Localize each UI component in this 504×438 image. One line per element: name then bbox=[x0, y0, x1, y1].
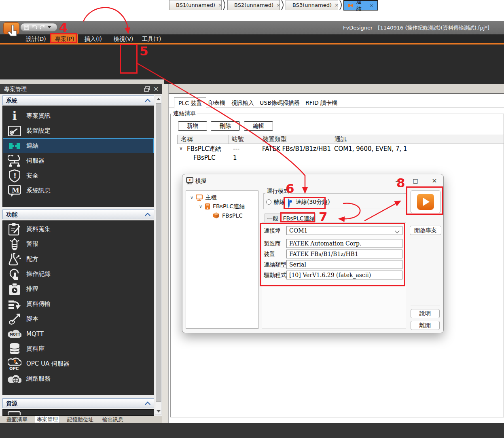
cell-name[interactable]: FBsPLC連結 bbox=[187, 145, 221, 153]
svg-text:M: M bbox=[12, 186, 19, 194]
start-simulation-button[interactable] bbox=[411, 190, 440, 213]
edit-button[interactable]: 編輯 bbox=[244, 121, 273, 131]
tree-expander-icon[interactable]: ∨ bbox=[190, 195, 193, 200]
section-header-function[interactable]: 功能 bbox=[2, 209, 154, 219]
tree-expander-icon[interactable]: ∨ bbox=[199, 204, 202, 209]
tab-plc-device[interactable]: PLC 裝置 bbox=[174, 97, 206, 108]
sidebar-item-data-log[interactable]: 資料蒐集 bbox=[3, 222, 154, 237]
exit-button[interactable]: 離開 bbox=[411, 321, 440, 330]
cell-device-type[interactable]: FATEK FBs/B1/B1z/HB1 bbox=[262, 145, 331, 152]
tab-project-management[interactable]: 專案管理 bbox=[35, 416, 60, 423]
tab-output-message[interactable]: 輸出訊息 bbox=[101, 417, 125, 423]
tab-usb-barcode-scanner[interactable]: USB條碼掃描器 bbox=[256, 97, 304, 108]
column-device-type[interactable]: 裝置類型 bbox=[259, 135, 331, 144]
cell-station[interactable]: 1 bbox=[233, 154, 237, 161]
tab-memory-address[interactable]: 記憶體位址 bbox=[66, 417, 95, 423]
radio-offline[interactable] bbox=[266, 199, 271, 205]
sidebar-item-operation-log[interactable]: 操作記錄 bbox=[3, 267, 154, 281]
sidebar-item-recipe[interactable]: 配方 bbox=[3, 252, 154, 267]
add-button[interactable]: 新增 bbox=[178, 121, 207, 131]
radio-online[interactable] bbox=[288, 199, 290, 208]
redo-icon[interactable] bbox=[40, 25, 45, 30]
close-icon[interactable]: × bbox=[369, 2, 374, 8]
delete-button[interactable]: 刪除 bbox=[211, 121, 240, 131]
sidebar-item-opcua-server[interactable]: OPC OPC UA 伺服器 bbox=[3, 356, 154, 371]
doc-tab-bs1[interactable]: BS1(unnamed) × bbox=[169, 0, 222, 10]
cell-station[interactable]: --- bbox=[233, 145, 239, 152]
float-panel-icon[interactable] bbox=[144, 86, 150, 92]
row-expander-icon[interactable]: ∨ bbox=[179, 146, 183, 151]
sidebar-item-database[interactable]: 資料庫 bbox=[3, 341, 154, 356]
sidebar-item-system-message[interactable]: M 系統訊息 bbox=[3, 183, 154, 198]
sidebar-item-alarm[interactable]: 警報 bbox=[3, 237, 154, 252]
help-button[interactable]: 說明 bbox=[411, 309, 440, 318]
column-comm[interactable]: 通訊 bbox=[331, 135, 504, 144]
sidebar-item-security[interactable]: ! 安全 bbox=[3, 168, 154, 183]
link-icon bbox=[8, 139, 21, 153]
cell-comm[interactable]: COM1, 9600, EVEN, 7, 1 bbox=[334, 145, 407, 152]
tab-video-input[interactable]: 視訊輸入 bbox=[227, 97, 258, 108]
sidebar-item-script[interactable]: 腳本 bbox=[3, 311, 154, 326]
resource-items-box bbox=[2, 409, 154, 416]
status-bar bbox=[0, 423, 504, 438]
cell-name[interactable]: FBsPLC bbox=[193, 154, 216, 161]
doc-tab-bs2[interactable]: BS2(unnamed) × bbox=[227, 0, 280, 10]
qat-dropdown-icon[interactable] bbox=[48, 26, 51, 28]
radio-online-label[interactable]: 連線(30分鐘) bbox=[296, 199, 330, 206]
maximize-icon[interactable]: □ bbox=[411, 177, 419, 184]
svg-text:OPC: OPC bbox=[9, 366, 19, 371]
menu-project[interactable]: 專案(P) bbox=[51, 34, 78, 43]
open-project-button[interactable]: 開啟專案 bbox=[410, 226, 441, 235]
sidebar-item-server[interactable]: 伺服器 bbox=[3, 153, 154, 168]
radio-offline-label[interactable]: 離線 bbox=[274, 199, 285, 206]
doc-tab-link[interactable]: 連結 × bbox=[343, 0, 378, 11]
column-name[interactable]: 名稱 bbox=[178, 135, 229, 144]
tab-screen-list[interactable]: 畫面清單 bbox=[5, 417, 29, 423]
driver-field[interactable]: [10] VerV1.6.29 (fatek_ascii) bbox=[286, 271, 402, 279]
menu-view[interactable]: 檢視(V) bbox=[111, 34, 136, 43]
close-icon[interactable]: × bbox=[430, 177, 438, 184]
sidebar-item-schedule[interactable]: 排程 bbox=[3, 281, 154, 296]
scroll-down-icon[interactable] bbox=[157, 410, 161, 413]
tree-item-link[interactable]: ∨ FBsPLC連結 bbox=[199, 202, 245, 211]
panel-scrollbar[interactable] bbox=[155, 95, 161, 415]
section-header-system[interactable]: 系統 bbox=[2, 95, 154, 105]
close-panel-icon[interactable]: × bbox=[153, 84, 159, 94]
scroll-up-icon[interactable] bbox=[157, 98, 161, 100]
close-icon[interactable]: × bbox=[335, 2, 339, 8]
manufacturer-field[interactable]: FATEK Automation Corp. bbox=[286, 239, 402, 248]
mqtt-icon: MQTT bbox=[8, 327, 21, 341]
sidebar-item-project-info[interactable]: i 專案資訊 bbox=[3, 108, 154, 123]
sidebar-item-link[interactable]: 連結 bbox=[3, 138, 154, 153]
server-icon bbox=[8, 154, 21, 168]
undo-icon[interactable] bbox=[32, 25, 37, 30]
close-icon[interactable]: × bbox=[218, 2, 222, 8]
device-value: FATEK FBs/B1/B1z/HB1 bbox=[289, 251, 358, 257]
scrollbar-thumb[interactable] bbox=[156, 103, 161, 402]
tree-item-device[interactable]: FBsPLC bbox=[213, 211, 243, 220]
sidebar-item-data-transfer[interactable]: 資料傳輸 bbox=[3, 296, 154, 311]
sidebar-item-mqtt[interactable]: MQTT MQTT bbox=[3, 326, 154, 341]
link-type-field[interactable]: Serial bbox=[286, 260, 402, 269]
doc-tab-bs3[interactable]: BS3(unnamed) × bbox=[286, 0, 338, 10]
dialog-tab-link[interactable]: FBsPLC連結 bbox=[282, 214, 316, 223]
menu-insert[interactable]: 插入(I) bbox=[82, 34, 104, 43]
tree-item-host[interactable]: ∨ 主機 bbox=[190, 193, 217, 202]
port-select[interactable]: COM1 bbox=[286, 226, 402, 235]
column-station[interactable]: 站號 bbox=[229, 135, 259, 144]
device-tabs: PLC 裝置 印表機 視訊輸入 USB條碼掃描器 RFID 讀卡機 bbox=[169, 97, 504, 108]
minimize-icon[interactable]: – bbox=[393, 177, 401, 184]
sidebar-item-label: 伺服器 bbox=[26, 157, 44, 165]
section-header-resource[interactable]: 資源 bbox=[2, 398, 154, 408]
device-field[interactable]: FATEK FBs/B1/B1z/HB1 bbox=[286, 250, 402, 258]
menu-design[interactable]: 設計(D) bbox=[23, 34, 49, 43]
menu-tools[interactable]: 工具(T) bbox=[140, 34, 163, 43]
sidebar-item-device-settings[interactable]: 裝置設定 bbox=[3, 123, 154, 138]
save-icon[interactable] bbox=[24, 25, 29, 30]
panel-splitter[interactable] bbox=[162, 84, 169, 423]
tab-rfid-reader[interactable]: RFID 讀卡機 bbox=[301, 97, 341, 108]
tab-printer[interactable]: 印表機 bbox=[204, 97, 229, 108]
dialog-tab-general[interactable]: 一般 bbox=[265, 214, 281, 222]
close-icon[interactable]: × bbox=[276, 2, 281, 8]
sidebar-item-network-service[interactable]: 網路服務 bbox=[3, 371, 154, 386]
